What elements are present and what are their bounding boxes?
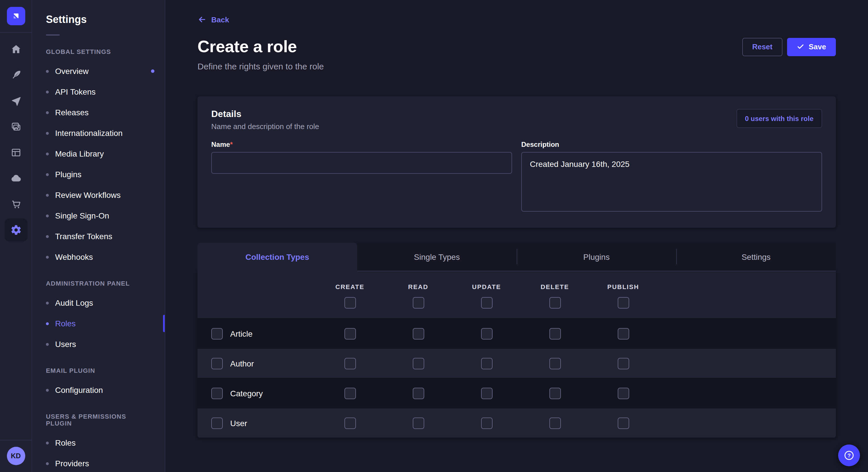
feather-pen-icon[interactable]: [4, 64, 27, 87]
sidebar-item[interactable]: Overview: [32, 61, 165, 81]
perm-column-header: Publish: [589, 283, 657, 308]
permission-checkbox[interactable]: [549, 358, 561, 369]
permission-checkbox[interactable]: [412, 417, 424, 429]
permission-checkbox[interactable]: [344, 417, 355, 429]
select-all-column-checkbox[interactable]: [549, 297, 561, 308]
tab[interactable]: Collection Types: [197, 243, 357, 271]
perm-cells: [316, 358, 657, 369]
sidebar-item[interactable]: Review Workflows: [32, 185, 165, 205]
save-button[interactable]: Save: [787, 38, 836, 56]
bullet-icon: [46, 173, 49, 176]
sidebar-item[interactable]: Roles: [32, 432, 165, 453]
cloud-icon[interactable]: [4, 167, 27, 190]
reset-button[interactable]: Reset: [742, 38, 782, 56]
back-label: Back: [211, 15, 229, 24]
permission-checkbox[interactable]: [549, 417, 561, 429]
bullet-icon: [46, 90, 49, 93]
strapi-logo-icon[interactable]: [7, 7, 25, 25]
permission-checkbox[interactable]: [617, 328, 629, 339]
sidebar-item[interactable]: Users: [32, 334, 165, 355]
layout-icon[interactable]: [4, 141, 27, 164]
bullet-icon: [46, 343, 49, 345]
permission-checkbox[interactable]: [481, 417, 492, 429]
permission-checkbox[interactable]: [481, 328, 492, 339]
sidebar-title-divider: [46, 34, 60, 36]
perm-column-label: Delete: [541, 283, 569, 290]
sidebar-item[interactable]: Audit Logs: [32, 293, 165, 313]
permission-checkbox[interactable]: [481, 387, 492, 399]
permission-checkbox[interactable]: [617, 417, 629, 429]
sidebar-item[interactable]: Releases: [32, 102, 165, 123]
permission-checkbox[interactable]: [617, 358, 629, 369]
select-row-checkbox[interactable]: [211, 387, 223, 399]
sidebar-item-label: Providers: [55, 459, 89, 468]
select-row-checkbox[interactable]: [211, 417, 223, 429]
help-button[interactable]: ?: [838, 444, 860, 466]
paper-plane-icon[interactable]: [4, 90, 27, 112]
perm-cell: [521, 358, 589, 369]
tab[interactable]: Plugins: [517, 243, 676, 271]
tabs: Collection Types Single Types Plugins Se…: [197, 243, 836, 271]
permission-checkbox[interactable]: [412, 387, 424, 399]
perm-cell: [316, 387, 384, 399]
role-description-textarea[interactable]: Created January 16th, 2025: [521, 152, 822, 212]
select-all-column-checkbox[interactable]: [344, 297, 355, 308]
sidebar-item-label: Releases: [55, 108, 89, 117]
users-with-role-button[interactable]: 0 users with this role: [736, 109, 822, 128]
select-all-column-checkbox[interactable]: [617, 297, 629, 308]
sidebar-item[interactable]: Transfer Tokens: [32, 226, 165, 247]
settings-gear-icon[interactable]: [4, 218, 27, 241]
permission-checkbox[interactable]: [412, 358, 424, 369]
sidebar-item[interactable]: Configuration: [32, 380, 165, 400]
tab-label: Settings: [741, 252, 770, 261]
permission-checkbox[interactable]: [344, 358, 355, 369]
sidebar-item-label: Webhooks: [55, 252, 93, 262]
sidebar-item[interactable]: Single Sign-On: [32, 205, 165, 226]
sidebar-item[interactable]: Roles: [32, 313, 165, 334]
permission-checkbox[interactable]: [344, 387, 355, 399]
back-link[interactable]: Back: [197, 15, 229, 24]
sidebar-section: ADMINISTRATION PANEL Audit Logs Roles Us…: [32, 280, 165, 355]
select-all-column-checkbox[interactable]: [481, 297, 492, 308]
bullet-icon: [46, 235, 49, 238]
shopping-cart-icon[interactable]: [4, 193, 27, 216]
perm-column-label: Create: [336, 283, 365, 290]
question-mark-icon: ?: [843, 450, 855, 461]
select-row-checkbox[interactable]: [211, 328, 223, 339]
select-row-checkbox[interactable]: [211, 358, 223, 369]
perm-row: Article: [197, 318, 836, 348]
permission-checkbox[interactable]: [549, 387, 561, 399]
main-content: Back Create a role Reset Save Define the…: [165, 0, 868, 472]
user-avatar[interactable]: KD: [7, 447, 25, 465]
tab[interactable]: Single Types: [357, 243, 517, 271]
perm-cells: [316, 387, 657, 399]
sidebar-item[interactable]: Internationalization: [32, 123, 165, 143]
permission-checkbox[interactable]: [344, 328, 355, 339]
permissions-panel: Create Read Update Delete Publish Articl…: [197, 271, 836, 438]
sidebar-section-label: USERS & PERMISSIONS PLUGIN: [32, 413, 165, 427]
sidebar-item[interactable]: Media Library: [32, 143, 165, 164]
permission-checkbox[interactable]: [617, 387, 629, 399]
sidebar-item[interactable]: Webhooks: [32, 247, 165, 267]
arrow-left-icon: [197, 15, 207, 24]
media-gallery-icon[interactable]: [4, 115, 27, 138]
sidebar-item[interactable]: API Tokens: [32, 81, 165, 102]
permission-checkbox[interactable]: [549, 328, 561, 339]
sidebar-section-items: Configuration: [32, 380, 165, 400]
sidebar-item[interactable]: Plugins: [32, 164, 165, 185]
permission-checkbox[interactable]: [412, 328, 424, 339]
bullet-icon: [46, 301, 49, 304]
sidebar-item[interactable]: Providers: [32, 453, 165, 472]
role-name-input[interactable]: [211, 152, 512, 174]
home-icon[interactable]: [4, 38, 27, 61]
select-all-column-checkbox[interactable]: [412, 297, 424, 308]
perm-cell: [453, 358, 521, 369]
perm-cell: [384, 358, 453, 369]
sidebar-section-label: ADMINISTRATION PANEL: [32, 280, 165, 287]
sidebar-section: USERS & PERMISSIONS PLUGIN Roles Provide…: [32, 413, 165, 472]
details-subtitle: Name and description of the role: [211, 122, 319, 131]
permission-checkbox[interactable]: [481, 358, 492, 369]
bullet-icon: [46, 389, 49, 392]
perm-columns: Create Read Update Delete Publish: [197, 271, 836, 318]
tab[interactable]: Settings: [676, 243, 836, 271]
